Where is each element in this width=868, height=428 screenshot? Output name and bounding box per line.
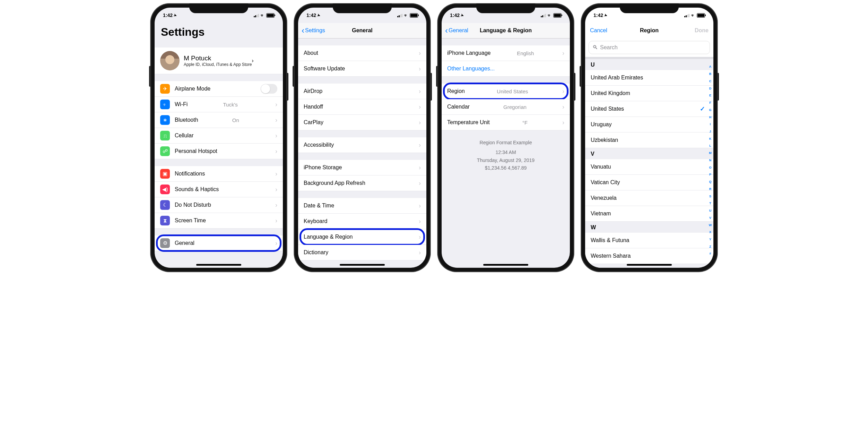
sounds-haptics-icon: ◀︎) xyxy=(160,185,170,194)
nav-title: Language & Region xyxy=(480,27,532,34)
nav-bar: ‹Settings General xyxy=(298,23,426,38)
row-other-languages-[interactable]: Other Languages... xyxy=(442,61,570,77)
battery-icon xyxy=(553,13,562,18)
chevron-icon: › xyxy=(275,117,277,124)
chevron-icon: › xyxy=(419,65,421,72)
content: About›Software Update› AirDrop›Handoff›C… xyxy=(298,38,426,268)
battery-icon xyxy=(410,13,418,18)
nav-title: General xyxy=(352,27,373,34)
content: iPhone LanguageEnglish›Other Languages..… xyxy=(442,38,570,268)
region-list[interactable]: UUnited Arab EmiratesUnited KingdomUnite… xyxy=(585,59,713,268)
chevron-icon: › xyxy=(275,240,277,247)
settings-row-bluetooth[interactable]: ∗BluetoothOn› xyxy=(155,112,283,128)
row-background-app-refresh[interactable]: Background App Refresh› xyxy=(298,176,426,191)
region-format-example: Region Format Example 12:34 AM Thursday,… xyxy=(442,130,570,180)
row-language-region[interactable]: Language & Region› xyxy=(298,229,426,245)
region-option-vietnam[interactable]: Vietnam xyxy=(585,206,713,222)
done-button[interactable]: Done xyxy=(695,27,709,34)
back-button[interactable]: ‹Settings xyxy=(302,26,325,35)
row-handoff[interactable]: Handoff› xyxy=(298,99,426,115)
wi-fi-icon: ᯤ xyxy=(160,100,170,109)
chevron-left-icon: ‹ xyxy=(445,26,448,35)
signal-icon xyxy=(254,14,259,17)
chevron-icon: › xyxy=(275,170,277,178)
section-header-V: V xyxy=(585,148,713,159)
nav-title: Region xyxy=(640,27,659,34)
chevron-icon: › xyxy=(419,142,421,149)
search-input[interactable]: 🔍︎Search xyxy=(589,41,710,54)
region-option-western-sahara[interactable]: Western Sahara xyxy=(585,248,713,264)
phone-1: 1:42➤ ᯤ Settings M PotuckApple ID, iClou… xyxy=(150,3,287,272)
notch xyxy=(476,3,535,13)
screen-general: 1:42➤ ᯤ ‹Settings General About›Software… xyxy=(298,8,426,268)
region-option-united-kingdom[interactable]: United Kingdom xyxy=(585,86,713,101)
row-date-time[interactable]: Date & Time› xyxy=(298,198,426,214)
battery-icon xyxy=(266,13,275,18)
region-option-vatican-city[interactable]: Vatican City xyxy=(585,175,713,190)
region-option-wallis-futuna[interactable]: Wallis & Futuna xyxy=(585,233,713,248)
row-temperature-unit[interactable]: Temperature Unit°F› xyxy=(442,115,570,130)
row-software-update[interactable]: Software Update› xyxy=(298,61,426,77)
chevron-icon: › xyxy=(562,119,564,126)
index-bar[interactable]: ABCDEFGHIJKLMNOPQRSTUVWXYZ# xyxy=(708,63,713,257)
chevron-icon: › xyxy=(275,186,277,193)
section-header-U: U xyxy=(585,59,713,70)
do-not-disturb-icon: ☾ xyxy=(160,200,170,210)
chevron-icon: › xyxy=(275,148,277,155)
row-iphone-storage[interactable]: iPhone Storage› xyxy=(298,160,426,176)
screen-region-picker: 1:42➤ ᯤ Cancel Region Done 🔍︎Search UUni… xyxy=(585,8,713,268)
region-option-vanuatu[interactable]: Vanuatu xyxy=(585,159,713,175)
settings-row-screen-time[interactable]: ⧗Screen Time› xyxy=(155,213,283,229)
row-region[interactable]: RegionUnited States› xyxy=(442,84,570,99)
chevron-icon: › xyxy=(275,101,277,108)
row-calendar[interactable]: CalendarGregorian› xyxy=(442,99,570,115)
settings-row-personal-hotspot[interactable]: ☍Personal Hotspot› xyxy=(155,144,283,159)
region-option-united-states[interactable]: United States✓ xyxy=(585,101,713,117)
chevron-icon: › xyxy=(419,218,421,225)
home-indicator[interactable] xyxy=(483,264,528,266)
home-indicator[interactable] xyxy=(196,264,241,266)
row-dictionary[interactable]: Dictionary› xyxy=(298,245,426,260)
row-airdrop[interactable]: AirDrop› xyxy=(298,84,426,99)
profile-name: M Potuck xyxy=(184,54,252,62)
row-iphone-language[interactable]: iPhone LanguageEnglish› xyxy=(442,45,570,61)
chevron-icon: › xyxy=(419,50,421,57)
general-icon: ⚙ xyxy=(160,238,170,248)
chevron-icon: › xyxy=(419,233,421,241)
cancel-button[interactable]: Cancel xyxy=(590,27,607,34)
row-keyboard[interactable]: Keyboard› xyxy=(298,214,426,229)
row-carplay[interactable]: CarPlay› xyxy=(298,115,426,130)
chevron-icon: › xyxy=(275,217,277,224)
row-accessibility[interactable]: Accessibility› xyxy=(298,137,426,153)
profile-subtitle: Apple ID, iCloud, iTunes & App Store xyxy=(184,62,252,67)
chevron-icon: › xyxy=(562,103,564,111)
region-option-uzbekistan[interactable]: Uzbekistan xyxy=(585,132,713,148)
back-button[interactable]: ‹General xyxy=(445,26,468,35)
airplane-mode-icon: ✈ xyxy=(160,84,170,94)
home-indicator[interactable] xyxy=(340,264,385,266)
settings-row-airplane-mode[interactable]: ✈Airplane Mode xyxy=(155,81,283,97)
notch xyxy=(333,3,392,13)
phone-3: 1:42➤ ᯤ ‹General Language & Region iPhon… xyxy=(437,3,574,272)
wifi-icon: ᯤ xyxy=(260,13,265,18)
settings-row-wi-fi[interactable]: ᯤWi-FiTuck's› xyxy=(155,97,283,112)
settings-row-sounds-haptics[interactable]: ◀︎)Sounds & Haptics› xyxy=(155,182,283,197)
settings-row-notifications[interactable]: ▣Notifications› xyxy=(155,166,283,182)
chevron-icon: › xyxy=(419,249,421,256)
chevron-icon: › xyxy=(275,132,277,139)
settings-row-do-not-disturb[interactable]: ☾Do Not Disturb› xyxy=(155,197,283,213)
apple-id-row[interactable]: M PotuckApple ID, iCloud, iTunes & App S… xyxy=(155,48,283,74)
chevron-icon: › xyxy=(419,180,421,187)
region-option-united-arab-emirates[interactable]: United Arab Emirates xyxy=(585,70,713,86)
chevron-icon: › xyxy=(419,88,421,95)
region-option-venezuela[interactable]: Venezuela xyxy=(585,190,713,206)
region-option-uruguay[interactable]: Uruguay xyxy=(585,117,713,132)
section-header-W: W xyxy=(585,222,713,233)
row-about[interactable]: About› xyxy=(298,45,426,61)
wifi-icon: ᯤ xyxy=(404,13,408,18)
settings-row-cellular[interactable]: ⎍Cellular› xyxy=(155,128,283,144)
toggle[interactable] xyxy=(261,84,277,94)
home-indicator[interactable] xyxy=(627,264,672,266)
settings-row-general[interactable]: ⚙General› xyxy=(155,236,283,251)
nav-bar: Cancel Region Done xyxy=(585,23,713,38)
